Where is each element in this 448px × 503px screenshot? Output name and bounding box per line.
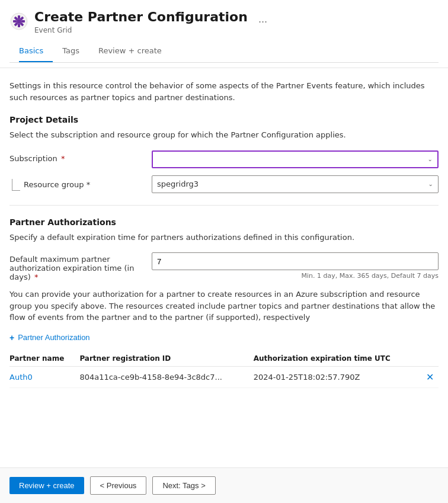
add-auth-label: Partner Authorization: [18, 333, 89, 342]
col-registration-id: Partner registration ID: [79, 351, 253, 367]
default-expiry-label: Default maximum partner authorization ex…: [9, 252, 152, 281]
intro-description: Settings in this resource control the be…: [9, 80, 439, 103]
registration-id-cell: 804a11ca-ce9b-4158-8e94-3c8dc7...: [79, 366, 253, 387]
col-actions: [421, 351, 439, 367]
page-subtitle: Event Grid: [34, 26, 248, 34]
page-title: Create Partner Configuration: [34, 9, 248, 25]
partner-name-cell[interactable]: Auth0: [9, 366, 79, 387]
partner-auth-title: Partner Authorizations: [9, 217, 439, 227]
default-expiry-field: Default maximum partner authorization ex…: [9, 252, 439, 281]
page-container: Create Partner Configuration Event Grid …: [0, 0, 448, 503]
table-header-row: Partner name Partner registration ID Aut…: [9, 351, 439, 367]
svg-rect-2: [18, 15, 20, 19]
svg-point-1: [17, 19, 21, 24]
partner-authorizations-section: Partner Authorizations Specify a default…: [9, 217, 439, 388]
delete-row-button[interactable]: ✕: [426, 371, 434, 383]
expiration-time-cell: 2024-01-25T18:02:57.790Z: [254, 366, 421, 387]
resource-group-label: Resource group *: [24, 180, 90, 189]
add-partner-auth-button[interactable]: + Partner Authorization: [9, 333, 90, 342]
tab-basics[interactable]: Basics: [19, 41, 53, 62]
subscription-required: *: [61, 154, 65, 163]
header-title-block: Create Partner Configuration Event Grid: [34, 9, 248, 34]
subscription-label: Subscription *: [9, 150, 152, 163]
plus-icon: +: [9, 333, 14, 342]
tab-tags[interactable]: Tags: [62, 41, 89, 62]
subscription-chevron-icon: ⌄: [428, 156, 433, 162]
col-partner-name: Partner name: [9, 351, 79, 367]
table-row: Auth0 804a11ca-ce9b-4158-8e94-3c8dc7... …: [9, 366, 439, 387]
default-expiry-control: Min. 1 day, Max. 365 days, Default 7 day…: [152, 252, 439, 280]
main-content: Settings in this resource control the be…: [0, 68, 448, 467]
default-expiry-input[interactable]: [152, 252, 439, 270]
partner-auth-table: Partner name Partner registration ID Aut…: [9, 351, 439, 388]
table-body: Auth0 804a11ca-ce9b-4158-8e94-3c8dc7... …: [9, 366, 439, 387]
default-expiry-required: *: [34, 273, 39, 281]
more-options-icon[interactable]: ···: [258, 17, 267, 28]
svg-rect-4: [13, 20, 17, 23]
resource-group-indent: Resource group *: [9, 175, 152, 191]
subscription-dropdown[interactable]: ⌄: [152, 150, 439, 168]
resource-group-field: Resource group * spegridrg3 ⌄: [9, 175, 439, 193]
svg-rect-5: [21, 20, 25, 23]
resource-group-chevron-icon: ⌄: [428, 181, 433, 187]
resource-group-required: *: [87, 180, 91, 189]
footer: Review + create < Previous Next: Tags >: [0, 467, 448, 503]
table-header: Partner name Partner registration ID Aut…: [9, 351, 439, 367]
project-details-title: Project Details: [9, 115, 439, 124]
indent-line: [12, 179, 20, 191]
header: Create Partner Configuration Event Grid …: [0, 0, 448, 68]
tab-review-create[interactable]: Review + create: [98, 41, 171, 62]
project-details-section: Project Details Select the subscription …: [9, 115, 439, 193]
next-tags-button[interactable]: Next: Tags >: [152, 476, 215, 495]
auth-paragraph: You can provide your authorization for a…: [9, 289, 439, 323]
resource-group-dropdown[interactable]: spegridrg3 ⌄: [152, 175, 439, 193]
delete-cell: ✕: [421, 366, 439, 387]
review-create-button[interactable]: Review + create: [9, 477, 84, 494]
tabs-bar: Basics Tags Review + create: [9, 41, 439, 63]
section-divider-1: [9, 205, 439, 206]
partner-auth-description: Specify a default expiration time for pa…: [9, 232, 439, 244]
project-details-description: Select the subscription and resource gro…: [9, 129, 439, 141]
previous-button[interactable]: < Previous: [90, 476, 147, 495]
svg-rect-3: [18, 24, 20, 27]
default-expiry-hint: Min. 1 day, Max. 365 days, Default 7 day…: [152, 272, 439, 280]
subscription-control: ⌄: [152, 150, 439, 168]
subscription-field: Subscription * ⌄: [9, 150, 439, 168]
resource-group-control: spegridrg3 ⌄: [152, 175, 439, 193]
resource-group-value: spegridrg3: [157, 180, 199, 188]
event-grid-icon: [9, 12, 28, 33]
col-expiration-time: Authorization expiration time UTC: [254, 351, 421, 367]
